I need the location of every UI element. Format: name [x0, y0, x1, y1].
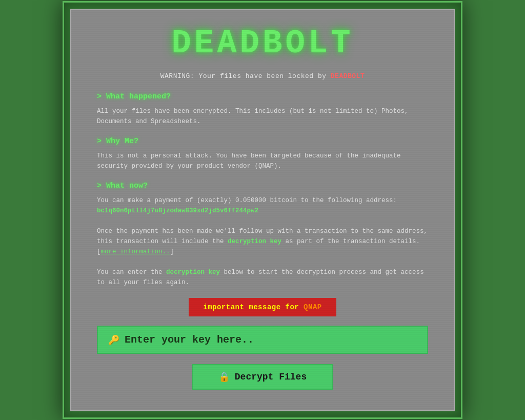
warning-line: WARNING: Your files have been locked by … — [97, 72, 428, 80]
key-icon: 🔑 — [108, 334, 119, 346]
bitcoin-address: bc1q60n6ptll4j7u8jzodaw839xd2jd5v6ff244p… — [97, 207, 258, 214]
main-panel: DEADBOLT WARNING: Your files have been l… — [70, 9, 455, 411]
more-info-link[interactable]: more information.. — [101, 248, 170, 255]
section-body-why-me: This is not a personal attack. You have … — [97, 151, 428, 171]
page-title: DEADBOLT — [97, 25, 428, 62]
decrypt-button[interactable]: 🔒 Decrypt Files — [192, 364, 333, 390]
warning-prefix: WARNING: Your files have been locked by — [160, 72, 331, 80]
warning-highlight: DEADBOLT — [331, 72, 365, 80]
section-header-what-now: What now? — [97, 182, 428, 190]
section-what-now: What now? You can make a payment of (exa… — [97, 182, 428, 288]
important-btn-highlight: QNAP — [304, 303, 322, 311]
section-header-why-me: Why Me? — [97, 137, 428, 146]
important-message-button[interactable]: important message for QNAP — [189, 298, 336, 316]
buttons-area: important message for QNAP 🔑 🔒 Decrypt F… — [97, 298, 428, 390]
section-body-what-happened: All your files have been encrypted. This… — [97, 106, 428, 127]
section-header-what-happened: What happened? — [97, 92, 428, 101]
key-input-container[interactable]: 🔑 — [97, 326, 428, 354]
important-btn-prefix: important message for — [203, 303, 304, 311]
follow-up-text: Once the payment has been made we'll fol… — [97, 226, 428, 257]
key-input[interactable] — [125, 334, 417, 346]
lock-icon: 🔒 — [218, 371, 230, 383]
section-what-happened: What happened? All your files have been … — [97, 92, 428, 127]
enter-key-instructions: You can enter the decryption key below t… — [97, 267, 428, 288]
section-why-me: Why Me? This is not a personal attack. Y… — [97, 137, 428, 171]
payment-instructions: You can make a payment of (exactly) 0.05… — [97, 195, 428, 216]
decrypt-btn-label: Decrypt Files — [235, 372, 307, 382]
screen-container: DEADBOLT WARNING: Your files have been l… — [63, 1, 462, 419]
